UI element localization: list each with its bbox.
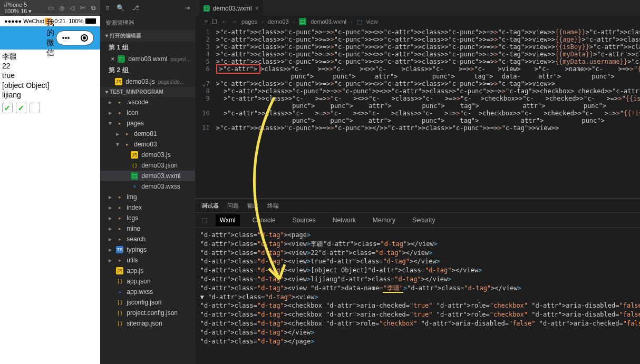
tree-item-mine[interactable]: ▸▸ mine [100, 223, 195, 234]
tree-item-sitemap.json[interactable]: { } sitemap.json [100, 318, 195, 329]
code-editor[interactable]: 1>"c-attr">>class>>"c-punc">>=>>"c-punc"… [195, 27, 640, 133]
group-header: 第 1 组 [100, 42, 195, 54]
checkbox[interactable] [2, 103, 13, 113]
battery-label: 100% [69, 18, 83, 24]
tab-wxml[interactable]: ⬚demo03.wxml× [199, 0, 263, 16]
capsule-buttons[interactable]: ••• [56, 31, 94, 45]
symbol-icon: ⬚ [357, 18, 362, 25]
devtools-tab-security[interactable]: Security [408, 214, 439, 226]
tree-item-search[interactable]: ▸▸ search [100, 234, 195, 244]
text-line: lijiang [2, 90, 98, 100]
tree-item-demo01[interactable]: ▸▸ demo01 [100, 129, 195, 139]
rotate-icon[interactable]: ▭ [48, 4, 54, 12]
simulator-panel: iPhone 5 100% 16 ▾ ▭ ◎ ◁ ✄ ⧉ ●●●●● WeCha… [0, 0, 100, 364]
panel-tab-terminal[interactable]: 终端 [267, 202, 279, 210]
mute-icon[interactable]: ◁ [70, 4, 75, 12]
wxml-icon: ⬚ [118, 55, 125, 63]
tree-item-app.wxss[interactable]: ≡ app.wxss [100, 287, 195, 297]
breadcrumb[interactable]: ≡ ☐ ← → pages› demo03› ⬚demo03.wxml› ⬚vi… [195, 16, 640, 27]
tree-item-project.config.json[interactable]: { } project.config.json [100, 308, 195, 318]
tree-item-app.js[interactable]: JS app.js [100, 265, 195, 276]
debug-panel: 调试器 问题 输出 终端 ⬚ Wxml Console Sources Netw… [195, 199, 640, 364]
dom-inspector[interactable]: "d-attr">class="d-tag"><page> "d-attr">c… [195, 228, 640, 349]
tree-item-pages[interactable]: ▾▸ pages [100, 118, 195, 129]
editor-pane-wxml: ⬚demo03.wxml× ▥ ⋯ ≡ ☐ ← → pages› demo03›… [195, 0, 640, 198]
open-editor-item[interactable]: × ⬚ demo03.wxml pages\... [100, 54, 195, 64]
device-selector[interactable]: iPhone 5 100% 16 ▾ [4, 2, 37, 15]
text-line: 22 [2, 61, 98, 71]
devtools-tab-wxml[interactable]: Wxml [216, 214, 240, 226]
text-line: 李疆 [2, 52, 98, 61]
branch-icon[interactable]: ⎇ [132, 4, 139, 12]
carrier-label: ●●●●● WeChat [4, 18, 44, 24]
tree-item-demo03.wxml[interactable]: ⬚ demo03.wxml [100, 171, 195, 181]
js-icon: JS [115, 78, 122, 85]
checkbox[interactable] [16, 103, 26, 113]
panel-tab-debugger[interactable]: 调试器 [201, 202, 219, 210]
close-capsule-icon[interactable] [81, 34, 88, 42]
miniapp-page: 李疆 22 true [object Object] lijiang [0, 50, 100, 115]
panel-tabs: 调试器 问题 输出 终端 [195, 199, 640, 213]
cut-icon[interactable]: ✄ [80, 4, 85, 12]
tree-item-app.json[interactable]: { } app.json [100, 276, 195, 287]
list-icon[interactable]: ≡ [205, 18, 208, 25]
forward-icon[interactable]: → [231, 18, 237, 25]
tree-item-index[interactable]: ▸▸ index [100, 202, 195, 213]
devtools-tab-memory[interactable]: Memory [369, 214, 400, 226]
group-header: 第 2 组 [100, 64, 195, 76]
tree-item-img[interactable]: ▸▸ img [100, 192, 195, 202]
record-icon[interactable]: ◎ [59, 4, 64, 12]
sidebar-actions: ≡ 🔍 ⎇ ⇥ [100, 0, 195, 16]
wxml-icon: ⬚ [299, 18, 306, 25]
search-icon[interactable]: 🔍 [117, 4, 124, 12]
explorer-panel: ≡ 🔍 ⎇ ⇥ 资源管理器 ▾ 打开的编辑器 第 1 组 × ⬚ demo03.… [100, 0, 195, 364]
devtools-tab-sources[interactable]: Sources [288, 214, 320, 226]
phone-screen: ●●●●● WeChat📶 0:21 100% 我的微信 ••• 李疆 22 t… [0, 16, 100, 364]
tree-item-demo03.wxss[interactable]: ≡ demo03.wxss [100, 181, 195, 192]
devtools-tab-console[interactable]: Console [248, 214, 280, 226]
collapse-icon[interactable]: ⇥ [185, 4, 190, 12]
editor-area: ⬚demo03.wxml× ▥ ⋯ ≡ ☐ ← → pages› demo03›… [195, 0, 640, 364]
tree-item-icon[interactable]: ▸▸ icon [100, 107, 195, 118]
project-header[interactable]: ▾ TEST_MINPROGRAM [100, 87, 195, 97]
panel-tab-output[interactable]: 输出 [247, 202, 259, 210]
list-icon[interactable]: ≡ [105, 4, 109, 12]
close-icon[interactable]: × [255, 5, 259, 12]
bookmark-icon[interactable]: ☐ [212, 18, 217, 25]
inspect-icon[interactable]: ⬚ [201, 217, 207, 224]
tree-item-logs[interactable]: ▸▸ logs [100, 213, 195, 223]
devtools-tabs: ⬚ Wxml Console Sources Network Memory Se… [195, 213, 640, 228]
open-editors-header[interactable]: ▾ 打开的编辑器 [100, 30, 195, 42]
battery-icon [85, 18, 96, 24]
tree-item-typings[interactable]: ▸TS typings [100, 244, 195, 255]
tree-item-jsconfig.json[interactable]: { } jsconfig.json [100, 297, 195, 308]
tree-item-demo03.json[interactable]: { } demo03.json [100, 160, 195, 171]
simulator-toolbar: iPhone 5 100% 16 ▾ ▭ ◎ ◁ ✄ ⧉ [0, 0, 100, 16]
tree-item-demo03[interactable]: ▾▸ demo03 [100, 139, 195, 150]
checkbox[interactable] [30, 103, 40, 113]
tree-item-.vscode[interactable]: ▸▸ .vscode [100, 97, 195, 107]
close-icon[interactable]: × [111, 55, 114, 63]
miniapp-header: 我的微信 ••• [0, 26, 100, 50]
tree-item-demo03.js[interactable]: JS demo03.js [100, 150, 195, 160]
back-icon[interactable]: ← [221, 18, 227, 25]
open-editor-item[interactable]: JS demo03.js pages\de... [100, 76, 195, 87]
tree-item-utils[interactable]: ▸▸ utils [100, 255, 195, 265]
explorer-title: 资源管理器 [100, 16, 195, 30]
panel-tab-problems[interactable]: 问题 [227, 202, 239, 210]
text-line: [object Object] [2, 81, 98, 90]
wxml-icon: ⬚ [203, 5, 210, 12]
editor-tabs: ⬚demo03.wxml× ▥ ⋯ [195, 0, 640, 16]
popup-icon[interactable]: ⧉ [91, 4, 96, 12]
more-icon[interactable]: ••• [62, 34, 70, 42]
devtools-tab-network[interactable]: Network [328, 214, 360, 226]
text-line: true [2, 71, 98, 80]
